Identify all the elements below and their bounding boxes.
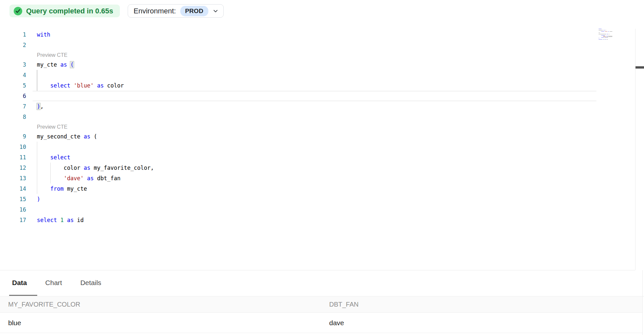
indent-guide bbox=[37, 163, 37, 173]
environment-label: Environment: bbox=[134, 7, 176, 15]
code-line: 1with bbox=[0, 29, 635, 40]
code-line: 14 from my_cte bbox=[0, 183, 635, 194]
code-token: my_second_cte bbox=[37, 133, 84, 140]
panel-right-divider bbox=[642, 270, 643, 335]
minimap-segment bbox=[599, 33, 600, 33]
line-number: 13 bbox=[0, 173, 26, 183]
results-tab-bar: DataChartDetails bbox=[9, 270, 117, 296]
code-line: 7), bbox=[0, 101, 635, 112]
minimap-segment bbox=[610, 31, 612, 32]
minimap-line bbox=[603, 37, 613, 37]
code-content: color as my_favorite_color, bbox=[26, 163, 635, 173]
code-token: my_favorite_color, bbox=[94, 165, 154, 171]
table-column-header: MY_FAVORITE_COLOR bbox=[0, 301, 321, 308]
code-token: as bbox=[97, 82, 107, 89]
preview-cte-lens[interactable]: Preview CTE bbox=[37, 52, 67, 58]
sql-editor-code-area[interactable]: 1with2Preview CTE3my_cte as (45 select '… bbox=[0, 20, 635, 270]
environment-value-badge: PROD bbox=[180, 6, 208, 16]
code-content: select 1 as id bbox=[26, 215, 635, 225]
line-number: 4 bbox=[0, 70, 26, 80]
editor-minimap[interactable] bbox=[599, 29, 613, 40]
code-line: 4 bbox=[0, 70, 635, 80]
minimap-segment bbox=[603, 36, 605, 36]
minimap-segment bbox=[604, 37, 608, 38]
line-number: 8 bbox=[0, 112, 26, 122]
scrollbar-thumb[interactable] bbox=[636, 66, 644, 69]
code-line: 16 bbox=[0, 204, 635, 215]
indent-guide bbox=[37, 142, 37, 152]
code-content: 'dave' as dbt_fan bbox=[26, 173, 635, 183]
preview-cte-lens[interactable]: Preview CTE bbox=[37, 124, 67, 130]
minimap-segment bbox=[609, 34, 609, 34]
minimap-line bbox=[599, 33, 613, 34]
code-token: , bbox=[40, 103, 43, 110]
indent-guide bbox=[37, 152, 37, 163]
line-number: 1 bbox=[0, 29, 26, 40]
code-content: select 'blue' as color bbox=[26, 80, 635, 91]
minimap-line bbox=[601, 35, 613, 36]
code-content bbox=[26, 70, 635, 80]
code-content: with bbox=[26, 29, 635, 40]
minimap-segment bbox=[607, 36, 612, 36]
tab-chart[interactable]: Chart bbox=[42, 270, 72, 296]
code-token: color bbox=[64, 165, 84, 171]
minimap-segment bbox=[599, 30, 603, 30]
minimap-line bbox=[599, 35, 613, 35]
minimap-line bbox=[599, 31, 613, 31]
code-content bbox=[26, 40, 635, 50]
code-line: 8 bbox=[0, 112, 635, 122]
code-token: my_cte bbox=[67, 185, 87, 192]
code-line: 6 bbox=[0, 91, 635, 101]
code-content: my_cte as ( bbox=[26, 59, 635, 70]
code-token bbox=[37, 82, 50, 89]
chevron-down-icon bbox=[213, 8, 218, 14]
code-token: dbt_fan bbox=[97, 175, 121, 182]
code-line: 11 select bbox=[0, 152, 635, 163]
table-header-row: MY_FAVORITE_COLORDBT_FAN bbox=[0, 296, 642, 313]
code-token: as bbox=[67, 217, 77, 223]
current-line-highlight bbox=[33, 91, 596, 101]
minimap-segment bbox=[605, 30, 606, 30]
environment-selector[interactable]: Environment: PROD bbox=[128, 4, 224, 18]
line-number: 15 bbox=[0, 194, 26, 204]
minimap-segment bbox=[604, 39, 606, 40]
code-lens-row: Preview CTE bbox=[0, 50, 635, 59]
tab-details[interactable]: Details bbox=[77, 270, 111, 296]
editor-right-divider bbox=[635, 29, 636, 270]
code-lens-row: Preview CTE bbox=[0, 122, 635, 131]
line-number: 12 bbox=[0, 163, 26, 173]
query-status-text: Query completed in 0.65s bbox=[26, 7, 113, 15]
line-number: 9 bbox=[0, 131, 26, 142]
code-content: select bbox=[26, 152, 635, 163]
minimap-segment bbox=[606, 37, 608, 37]
code-line: 13 'dave' as dbt_fan bbox=[0, 173, 635, 183]
table-body: bluedave bbox=[0, 313, 642, 333]
table-column-header: DBT_FAN bbox=[321, 301, 642, 308]
line-number: 6 bbox=[0, 91, 26, 101]
minimap-segment bbox=[601, 31, 604, 32]
indent-guide bbox=[37, 80, 37, 91]
code-token: as bbox=[87, 175, 97, 182]
line-number: 10 bbox=[0, 142, 26, 152]
minimap-line bbox=[599, 29, 613, 29]
code-token: ( bbox=[70, 61, 73, 68]
code-token: ) bbox=[37, 196, 40, 202]
check-circle-icon bbox=[14, 7, 22, 15]
code-content bbox=[26, 142, 635, 152]
indent-guide bbox=[37, 173, 37, 183]
minimap-line bbox=[599, 34, 613, 34]
table-row: bluedave bbox=[0, 313, 642, 333]
code-token: 1 bbox=[60, 217, 67, 223]
minimap-line bbox=[599, 32, 613, 32]
minimap-segment bbox=[601, 35, 605, 36]
code-token: select bbox=[37, 217, 60, 223]
tab-data[interactable]: Data bbox=[9, 270, 37, 296]
code-token: 'dave' bbox=[64, 175, 87, 182]
code-content: my_second_cte as ( bbox=[26, 131, 635, 142]
code-line: 12 color as my_favorite_color, bbox=[0, 163, 635, 173]
code-token bbox=[37, 154, 50, 161]
indent-guide bbox=[50, 173, 51, 183]
minimap-line bbox=[601, 37, 613, 38]
code-line: 15) bbox=[0, 194, 635, 204]
minimap-segment bbox=[599, 29, 602, 29]
